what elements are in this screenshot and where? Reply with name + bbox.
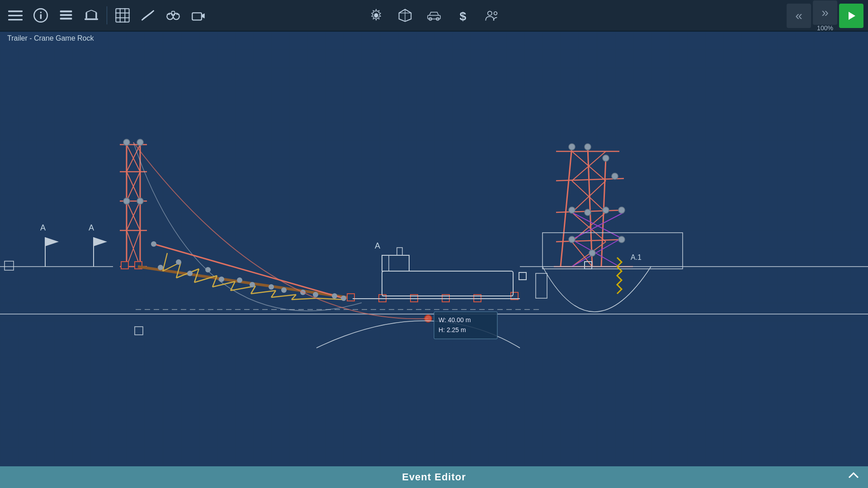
a1-label: A.1 [631,253,642,261]
svg-marker-45 [849,12,855,20]
svg-point-74 [123,198,130,204]
car-button[interactable] [423,5,445,26]
event-editor-label: Event Editor [402,471,466,483]
svg-point-148 [612,173,618,179]
bridge-button[interactable] [80,5,102,26]
subtitle-bar: Trailer - Crane Game Rock [0,32,101,45]
svg-line-13 [91,10,96,13]
svg-point-155 [618,236,625,243]
separator-1 [107,6,107,24]
binoculars-button[interactable] [162,5,184,26]
svg-line-12 [86,10,91,13]
toolbar-right-nav: « » 100% [782,0,868,32]
svg-rect-1 [8,15,23,16]
svg-rect-8 [60,18,72,19]
svg-rect-4 [40,14,42,19]
nav-forward-group: » 100% [813,0,837,31]
nav-back-button[interactable]: « [787,4,811,28]
svg-rect-2 [8,19,23,20]
svg-point-103 [332,293,337,299]
svg-point-150 [585,209,591,216]
zoom-label: 100% [817,25,833,31]
measure-button[interactable] [137,5,159,26]
cube-button[interactable] [394,5,416,26]
list-button[interactable] [55,5,77,26]
svg-point-145 [569,144,575,150]
svg-point-109 [281,287,287,293]
svg-point-73 [137,139,143,145]
svg-rect-7 [60,14,72,16]
svg-point-104 [341,296,346,301]
svg-point-107 [219,277,224,282]
info-button[interactable] [30,5,52,26]
svg-point-97 [151,241,156,247]
people-button[interactable] [481,5,503,26]
subtitle-text: Trailer - Crane Game Rock [7,34,94,42]
expand-button[interactable] [846,469,861,486]
svg-point-108 [250,282,255,287]
svg-rect-35 [428,15,440,19]
svg-rect-161 [434,312,497,339]
bottom-bar: Event Editor [0,466,868,488]
svg-point-75 [137,198,143,204]
nav-forward-button[interactable]: » [813,0,837,25]
svg-marker-23 [142,10,154,20]
toolbar-mid-left-group [112,5,209,26]
svg-point-31 [374,13,378,17]
canvas-area[interactable]: A A [0,32,868,466]
svg-rect-20 [116,9,129,22]
svg-text:A: A [40,223,46,232]
svg-rect-46 [0,32,868,466]
svg-text:A: A [375,241,380,250]
svg-point-153 [569,236,575,243]
svg-point-147 [603,155,609,161]
svg-rect-9 [85,19,98,20]
svg-rect-111 [347,294,354,301]
svg-rect-6 [60,10,72,12]
svg-point-99 [205,267,211,272]
svg-point-110 [313,292,318,297]
svg-point-98 [176,259,181,265]
settings-button[interactable] [365,5,387,26]
info-height: H: 2.25 m [439,326,466,333]
svg-text:A: A [89,223,94,232]
nav-back-group: « [787,4,811,28]
svg-point-72 [123,139,130,145]
svg-text:$: $ [460,9,467,23]
svg-rect-0 [8,10,23,12]
svg-point-39 [488,11,492,15]
svg-point-146 [585,144,591,150]
svg-rect-29 [192,13,202,20]
svg-point-40 [494,12,497,15]
svg-point-105 [158,265,163,270]
toolbar-center-group: $ [365,5,503,26]
svg-rect-76 [121,262,128,269]
svg-point-101 [269,284,274,290]
svg-point-100 [237,277,242,283]
menu-button[interactable] [5,5,26,26]
svg-point-154 [589,250,595,256]
bridge-canvas: A A [0,32,868,466]
svg-rect-5 [40,12,42,13]
svg-point-106 [187,271,193,276]
money-button[interactable]: $ [452,5,474,26]
svg-point-149 [569,207,575,213]
info-width: W: 40.00 m [439,316,471,324]
toolbar: $ [0,0,868,32]
toolbar-left-group [5,5,102,26]
play-button[interactable] [839,4,863,28]
grid-button[interactable] [112,5,133,26]
svg-point-152 [618,207,625,213]
svg-point-151 [603,207,609,213]
camera-button[interactable] [188,5,209,26]
